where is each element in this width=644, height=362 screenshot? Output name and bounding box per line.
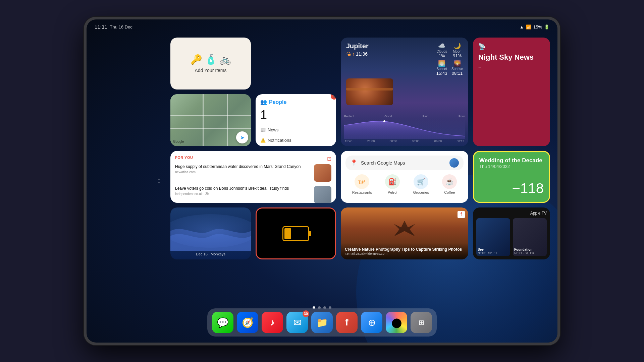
sunrise-item: 🌄 Sunrise 08:11 [451, 60, 463, 76]
petrol-label: Petrol [388, 190, 397, 194]
add-items-widget[interactable]: 🔑 🧴 🚲 Add Your Items [170, 38, 251, 89]
sunset-icon: 🌅 [436, 60, 447, 67]
article-1-headline: Huge supply of subterranean water discov… [175, 164, 311, 170]
time-0000: 00:00 [389, 139, 397, 143]
dock: 💬 🧭 ♪ ✉ 30 📁 f ⊕ ⬤ [207, 308, 437, 337]
moon-item: 🌙 Moon 91% [451, 42, 463, 58]
user-avatar [449, 158, 459, 168]
add-items-label: Add Your Items [195, 68, 227, 73]
gmaps-search-bar[interactable]: 📍 Search Google Maps [345, 156, 464, 170]
reminder-widget[interactable]: Dec 16 · Monkeys [170, 207, 251, 259]
sunrise-val: 08:11 [451, 71, 463, 76]
status-right: ▲ 📶 15% 🔋 [520, 24, 549, 29]
jupiter-left: Jupiter 🌤 ↑ 11:36 [346, 42, 433, 76]
maps-pin-icon: 📍 [350, 159, 358, 167]
article-2-text: Leave voters go cold on Boris Johnson's … [175, 186, 311, 203]
news-article-1[interactable]: Huge supply of subterranean water discov… [175, 162, 331, 184]
groceries-shortcut[interactable]: 🛒 Groceries [413, 174, 429, 194]
notif-count-badge: 5 [331, 94, 336, 100]
date-display: Thu 16 Dec [110, 24, 132, 29]
clouds-icon: ☁️ [436, 42, 447, 50]
add-items-icons: 🔑 🧴 🚲 [191, 54, 231, 65]
petrol-icon: ⛽ [385, 174, 400, 189]
groceries-label: Groceries [413, 190, 429, 194]
coffee-icon: ☕ [442, 174, 457, 189]
jupiter-widget[interactable]: Jupiter 🌤 ↑ 11:36 ☁️ Clouds 1% [341, 38, 468, 146]
battery-display: 15% [533, 24, 542, 29]
tv-show-2-title: Foundation [514, 248, 534, 251]
time-0300: 03:00 [412, 139, 420, 143]
flipboard-app[interactable]: f [336, 312, 358, 333]
jupiter-image [346, 78, 393, 105]
mail-icon: ✉ [293, 317, 301, 328]
label-fair: Fair [423, 115, 428, 118]
svg-point-0 [383, 120, 385, 122]
news-label: News [268, 127, 279, 132]
clouds-label: Clouds [436, 50, 447, 53]
battery-widget[interactable] [256, 207, 336, 259]
appstore-app[interactable]: ⊕ [361, 312, 382, 333]
wedding-widget[interactable]: Wedding of the Decade Thu 14/04/2022 −11… [473, 151, 550, 203]
maps-direction-button[interactable]: ➤ [236, 131, 248, 143]
jupiter-time: 11:36 [356, 51, 368, 57]
photo-widget[interactable]: f Creative Nature Photography Tips to Ca… [341, 207, 468, 259]
news-icon: 📰 [260, 127, 266, 132]
status-left: 11:31 Thu 16 Dec [95, 24, 132, 30]
jupiter-sun: 🌤 [346, 51, 351, 57]
time-0600: 06:00 [434, 139, 442, 143]
tv-show-2[interactable]: Foundation NEXT · S1, E3 [513, 218, 547, 256]
coffee-shortcut[interactable]: ☕ Coffee [442, 174, 457, 194]
nightsky-widget[interactable]: 📡 Night Sky News -- [473, 38, 550, 146]
clouds-val: 1% [436, 53, 447, 58]
bottle-icon: 🧴 [205, 54, 217, 65]
sunset-item: 🌅 Sunset 15:43 [436, 60, 447, 76]
moon-label: Moon [451, 50, 463, 53]
time-2100: 21:00 [367, 139, 375, 143]
tv-show-2-next: NEXT · S1, E3 [514, 251, 534, 255]
color-icon: ⬤ [391, 317, 402, 328]
tv-show-1[interactable]: See NEXT · S2, E1 [476, 218, 510, 256]
tv-show-1-next: NEXT · S2, E1 [478, 251, 497, 255]
label-poor: Poor [459, 115, 465, 118]
system-app[interactable]: ⊞ [411, 312, 432, 333]
photo-overlay: Creative Nature Photography Tips to Capt… [341, 243, 468, 259]
petrol-shortcut[interactable]: ⛽ Petrol [385, 174, 400, 194]
jupiter-top: Jupiter 🌤 ↑ 11:36 ☁️ Clouds 1% [341, 38, 468, 78]
article-1-thumbnail [314, 164, 331, 182]
graph-labels: Perfect Good Fair Poor [344, 115, 465, 118]
map-road-h1 [170, 115, 251, 116]
graph-times: 15:43 21:00 00:00 03:00 06:00 08:12 [344, 139, 465, 143]
music-icon: ♪ [270, 317, 275, 328]
moon-val: 91% [451, 53, 463, 58]
gmaps-widget[interactable]: 📍 Search Google Maps 🍽 Restaurants ⛽ Pet… [341, 151, 468, 203]
maps-widget[interactable]: Google ➤ [170, 94, 251, 146]
safari-app[interactable]: 🧭 [237, 312, 258, 333]
wedding-top: Wedding of the Decade Thu 14/04/2022 [479, 157, 544, 169]
system-icon: ⊞ [419, 318, 424, 326]
gmaps-shortcuts: 🍽 Restaurants ⛽ Petrol 🛒 Groceries ☕ Cof… [345, 174, 464, 194]
gmaps-search-input[interactable]: Search Google Maps [361, 160, 446, 166]
restaurants-shortcut[interactable]: 🍽 Restaurants [352, 174, 372, 194]
restaurants-icon: 🍽 [355, 174, 369, 189]
files-icon: 📁 [316, 317, 328, 328]
mail-app[interactable]: ✉ 30 [286, 312, 308, 333]
messages-app[interactable]: 💬 [212, 312, 233, 333]
people-header: 👥 People [260, 99, 331, 105]
time-display: 11:31 [95, 24, 107, 30]
people-widget[interactable]: 👥 People 1 📰 News 24 ⚠️ Notificatio [256, 94, 336, 146]
appstore-icon: ⊕ [368, 317, 376, 328]
label-perfect: Perfect [344, 115, 354, 118]
colorui-app[interactable]: ⬤ [386, 312, 407, 333]
notif-label: Notifications [268, 138, 291, 143]
music-app[interactable]: ♪ [262, 312, 283, 333]
battery-icon: 🔋 [544, 24, 549, 29]
nightsky-title: Night Sky News [478, 53, 545, 62]
map-road-h2 [170, 128, 251, 129]
battery-display-icon [282, 226, 309, 241]
files-app[interactable]: 📁 [311, 312, 333, 333]
key-icon: 🔑 [191, 54, 202, 65]
nightsky-dash: -- [478, 64, 545, 70]
appletv-widget[interactable]: Apple TV See NEXT · S2, E1 Foundation NE… [473, 207, 550, 259]
news-widget[interactable]: FOR YOU ⊡ Huge supply of subterranean wa… [170, 151, 336, 203]
news-article-2[interactable]: Leave voters go cold on Boris Johnson's … [175, 184, 331, 203]
